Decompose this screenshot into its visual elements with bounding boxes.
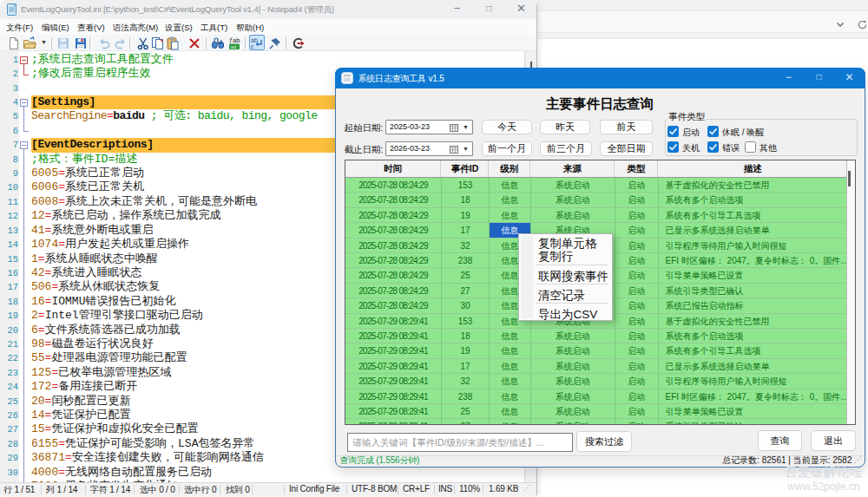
svg-text:c: c bbox=[251, 43, 254, 49]
svg-text:ab: ab bbox=[233, 36, 240, 44]
svg-text:ab: ab bbox=[251, 37, 258, 43]
svg-text:oc: oc bbox=[231, 44, 236, 49]
